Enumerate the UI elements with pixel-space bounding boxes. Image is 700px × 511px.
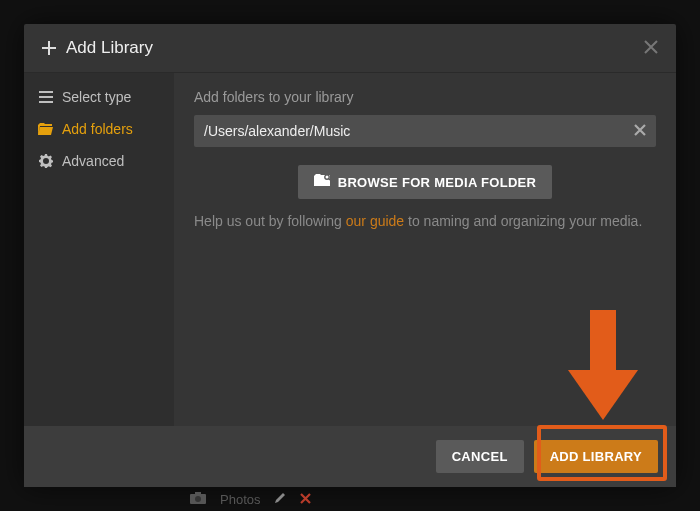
remove-folder-icon[interactable] [634,123,646,139]
gear-icon [38,154,54,168]
modal-footer: CANCEL ADD LIBRARY [24,426,676,487]
modal-title: Add Library [66,38,153,58]
sidebar-item-select-type[interactable]: Select type [24,81,174,113]
modal-body: Select type Add folders Advanced Add fol… [24,73,676,426]
pencil-icon [274,492,286,507]
help-text: Help us out by following our guide to na… [194,213,656,229]
help-text-post: to naming and organizing your media. [404,213,642,229]
instruction-text: Add folders to your library [194,89,656,105]
list-icon [38,91,54,103]
plus-icon [42,41,56,55]
main-pane: Add folders to your library /Users/alexa… [174,73,676,426]
modal-titlebar: Add Library [24,24,676,73]
browse-row: BROWSE FOR MEDIA FOLDER [194,165,656,199]
add-library-modal: Add Library Select type Add folders [24,24,676,487]
help-link[interactable]: our guide [346,213,404,229]
svg-rect-3 [195,492,201,495]
folder-open-icon [38,123,54,135]
help-text-pre: Help us out by following [194,213,346,229]
svg-point-4 [195,496,201,502]
sidebar-item-advanced[interactable]: Advanced [24,145,174,177]
delete-icon [300,492,311,507]
wizard-sidebar: Select type Add folders Advanced [24,73,174,426]
add-library-button[interactable]: ADD LIBRARY [534,440,658,473]
camera-icon [190,492,206,507]
sidebar-item-label: Add folders [62,121,133,137]
cancel-button[interactable]: CANCEL [436,440,524,473]
folder-search-icon [314,174,330,190]
sidebar-item-label: Select type [62,89,131,105]
background-row-label: Photos [220,492,260,507]
folder-path-row: /Users/alexander/Music [194,115,656,147]
background-row: Photos [190,492,311,507]
browse-button-label: BROWSE FOR MEDIA FOLDER [338,175,537,190]
sidebar-item-add-folders[interactable]: Add folders [24,113,174,145]
close-icon[interactable] [644,39,658,57]
browse-button[interactable]: BROWSE FOR MEDIA FOLDER [298,165,553,199]
sidebar-item-label: Advanced [62,153,124,169]
folder-path-text: /Users/alexander/Music [204,123,634,139]
